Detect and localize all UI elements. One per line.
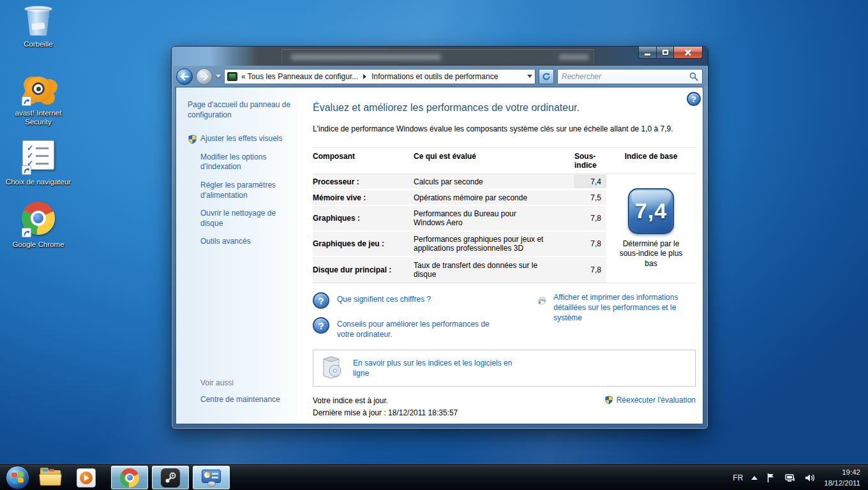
network-icon[interactable] xyxy=(784,473,796,483)
link-learn-more-online[interactable]: En savoir plus sur les indices et les lo… xyxy=(353,358,513,378)
start-button[interactable] xyxy=(6,466,29,489)
steam-icon xyxy=(161,468,180,487)
desktop-icon-recycle-bin[interactable]: Corbeille xyxy=(5,4,71,48)
main-panel: ? Évaluez et améliorez les performances … xyxy=(297,87,703,424)
desktop-icon-label: Google Chrome xyxy=(5,240,71,249)
forward-button[interactable] xyxy=(196,68,213,85)
sidebar-item-label: Modifier les options d'indexation xyxy=(200,152,266,172)
subscore-cell: 7,8 xyxy=(574,258,606,281)
rerun-assessment[interactable]: Réexécuter l'évaluation xyxy=(604,395,696,405)
status-row: Votre indice est à jour. Dernière mise à… xyxy=(313,395,696,419)
media-player-icon xyxy=(77,468,96,487)
address-bar[interactable]: « Tous les Panneaux de configur... Infor… xyxy=(224,69,535,84)
recycle-bin-icon xyxy=(24,4,52,37)
component-cell: Graphiques de jeu : xyxy=(313,239,414,248)
show-hidden-icons-button[interactable] xyxy=(751,476,758,480)
column-header-evaluated: Ce qui est évalué xyxy=(414,152,574,170)
navigation-bar: « Tous les Panneaux de configur... Infor… xyxy=(172,66,708,87)
performance-tools-icon xyxy=(227,72,237,81)
volume-icon[interactable] xyxy=(804,473,816,483)
sidebar-item-label: Outils avancés xyxy=(200,237,251,246)
recent-pages-dropdown[interactable] xyxy=(216,75,221,78)
taskbar-explorer-button[interactable] xyxy=(40,467,61,489)
sidebar: Page d'accueil du panneau de configurati… xyxy=(176,87,297,424)
background-window-blurred-buttons xyxy=(559,54,588,60)
component-cell: Disque dur principal : xyxy=(313,265,414,274)
sidebar-item-control-panel-home[interactable]: Page d'accueil du panneau de configurati… xyxy=(188,100,294,120)
sidebar-item-label: Page d'accueil du panneau de configurati… xyxy=(188,100,290,119)
maximize-button[interactable] xyxy=(657,47,674,59)
sidebar-item-label: Ouvrir le nettoyage de disque xyxy=(200,209,276,228)
base-score-value: 7,4 xyxy=(635,198,667,223)
printer-icon xyxy=(537,292,547,310)
table-rows: Processeur : Calculs par seconde 7,4 Mém… xyxy=(313,174,606,283)
maximize-icon xyxy=(662,50,668,55)
taskbar-steam-button[interactable] xyxy=(152,466,189,489)
taskbar-performance-tools-button[interactable] xyxy=(193,466,230,489)
window-titlebar[interactable] xyxy=(172,47,708,66)
question-icon: ? xyxy=(313,317,329,334)
back-button[interactable] xyxy=(176,68,193,85)
desktop-icon-avast[interactable]: avast! Internet Security xyxy=(5,71,71,127)
minimize-button[interactable] xyxy=(638,47,657,59)
close-icon xyxy=(684,48,692,56)
status-index-up-to-date: Votre indice est à jour. xyxy=(313,395,458,407)
breadcrumb-separator-icon[interactable] xyxy=(363,74,366,79)
status-last-update: Dernière mise à jour : 18/12/2011 18:35:… xyxy=(313,407,458,419)
link-what-numbers-mean[interactable]: Que signifient ces chiffres ? xyxy=(337,294,431,304)
sidebar-item-action-center[interactable]: Centre de maintenance xyxy=(188,395,294,405)
base-score-area: 7,4 Déterminé par le sous-indice le plus… xyxy=(606,174,696,283)
close-button[interactable] xyxy=(674,47,703,59)
question-icon: ? xyxy=(313,292,329,309)
sidebar-item-power-settings[interactable]: Régler les paramètres d'alimentation xyxy=(188,181,294,200)
minimize-icon xyxy=(645,54,650,56)
table-row-primary-hard-disk: Disque dur principal : Taux de transfert… xyxy=(313,257,606,283)
sidebar-item-advanced-tools[interactable]: Outils avancés xyxy=(188,237,294,247)
component-cell: Processeur : xyxy=(313,177,414,186)
desktop-icon-google-chrome[interactable]: Google Chrome xyxy=(5,202,71,249)
clock-time: 19:42 xyxy=(824,467,860,478)
desktop-icon-label: Corbeille xyxy=(5,40,71,48)
search-icon[interactable] xyxy=(689,72,698,81)
taskbar-chrome-button[interactable] xyxy=(111,466,148,489)
table-row-graphics: Graphiques : Performances du Bureau pour… xyxy=(313,206,606,232)
subscore-cell: 7,8 xyxy=(574,207,606,229)
address-dropdown-icon[interactable] xyxy=(527,75,532,78)
software-box-icon xyxy=(320,355,344,381)
help-link-what-numbers-mean[interactable]: ? Que signifient ces chiffres ? xyxy=(313,292,537,309)
shortcut-arrow-icon xyxy=(22,165,31,175)
clock[interactable]: 19:42 18/12/2011 xyxy=(824,467,860,488)
background-window-titlebar[interactable] xyxy=(281,49,594,64)
search-input[interactable] xyxy=(562,72,689,81)
sidebar-item-disk-cleanup[interactable]: Ouvrir le nettoyage de disque xyxy=(188,209,294,228)
help-link-print-details[interactable]: Afficher et imprimer des informations dé… xyxy=(537,292,696,339)
taskbar-media-player-button[interactable] xyxy=(75,467,97,489)
explorer-folder-icon xyxy=(40,470,61,486)
action-center-flag-icon[interactable] xyxy=(766,473,776,483)
learn-more-box: En savoir plus sur les indices et les lo… xyxy=(313,350,696,387)
breadcrumb-root[interactable]: « Tous les Panneaux de configur... xyxy=(241,72,358,81)
breadcrumb-current[interactable]: Informations et outils de performance xyxy=(371,72,498,81)
evaluated-cell: Opérations mémoire par seconde xyxy=(414,193,574,202)
base-score-badge: 7,4 xyxy=(628,188,674,234)
sidebar-item-visual-effects[interactable]: Ajuster les effets visuels xyxy=(188,134,294,144)
column-header-component: Composant xyxy=(313,152,414,170)
desktop-icon-browser-choice[interactable]: ✓ ✓ ✓ Choix de navigateur xyxy=(5,140,71,186)
help-link-improve-tips[interactable]: ? Conseils pour améliorer les performanc… xyxy=(313,317,537,339)
uac-shield-icon xyxy=(188,135,197,147)
link-rerun-assessment[interactable]: Réexécuter l'évaluation xyxy=(617,395,696,405)
desktop-icon-label: Choix de navigateur xyxy=(5,177,71,186)
evaluated-cell: Taux de transfert des données sur le dis… xyxy=(414,261,560,279)
help-button[interactable]: ? xyxy=(687,92,701,106)
link-improve-tips[interactable]: Conseils pour améliorer les performances… xyxy=(337,319,498,339)
taskbar: FR 19:42 18/12/2011 xyxy=(0,464,868,490)
language-indicator[interactable]: FR xyxy=(733,473,743,482)
desktop: { "desktop": { "icons": [ { "label": "Co… xyxy=(0,0,868,490)
sidebar-item-indexing-options[interactable]: Modifier les options d'indexation xyxy=(188,152,294,172)
refresh-button[interactable] xyxy=(539,69,554,84)
sidebar-item-label: Régler les paramètres d'alimentation xyxy=(200,181,276,200)
desktop-icon-label: avast! Internet Security xyxy=(5,108,71,127)
windows-logo-icon xyxy=(11,471,24,484)
link-print-details[interactable]: Afficher et imprimer des informations dé… xyxy=(553,292,696,323)
refresh-icon xyxy=(542,72,551,81)
